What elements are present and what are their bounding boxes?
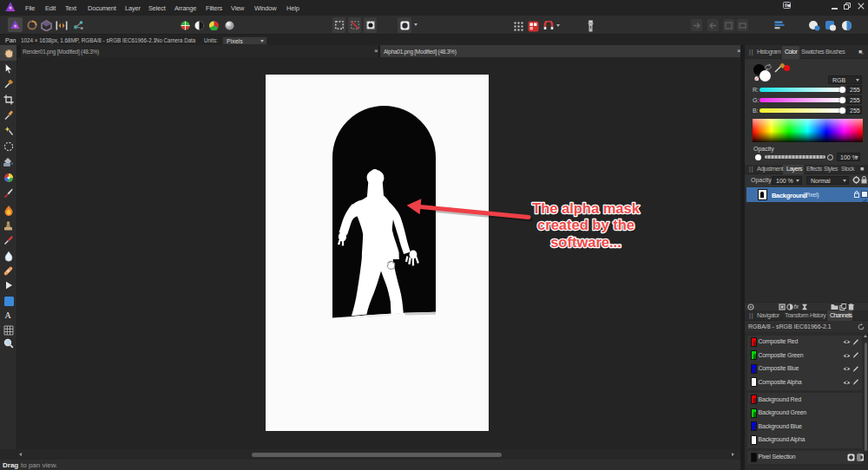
svg-text:created by the: created by the [537,217,635,232]
svg-text:The alpha mask: The alpha mask [532,200,641,216]
svg-text:software...: software... [550,234,621,250]
